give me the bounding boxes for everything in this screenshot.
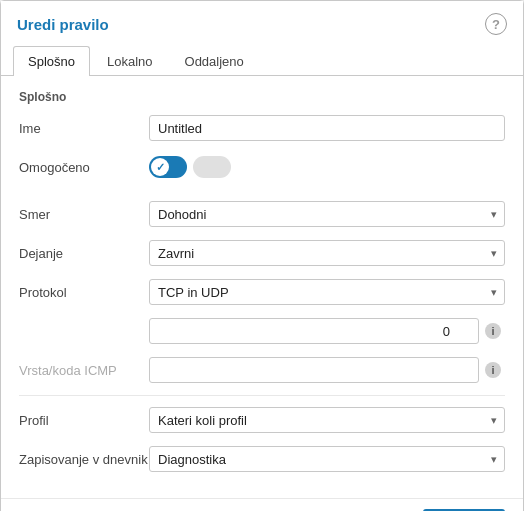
dialog-header: Uredi pravilo ? — [1, 1, 523, 45]
profil-select-wrap: Kateri koli profil Domače omrežje Javno … — [149, 407, 505, 433]
port-info-icon: i — [485, 323, 501, 339]
smer-select-wrap: Dohodni Odhodni ▾ — [149, 201, 505, 227]
field-zapisovanje: Zapisovanje v dnevnik Diagnostika Inform… — [19, 445, 505, 473]
field-protokol: Protokol TCP in UDP TCP UDP ICMP Kateri … — [19, 278, 505, 306]
toggle-wrap: ✓ — [149, 156, 231, 178]
edit-rule-dialog: Uredi pravilo ? Splošno Lokalno Oddaljen… — [0, 0, 524, 511]
tab-bar: Splošno Lokalno Oddaljeno — [1, 45, 523, 76]
ime-input[interactable] — [149, 115, 505, 141]
icmp-input[interactable] — [149, 357, 479, 383]
dejanje-select-wrap: Zavrni Dovoli ▾ — [149, 240, 505, 266]
dialog-footer: V redu — [1, 498, 523, 511]
smer-label: Smer — [19, 207, 149, 222]
zapisovanje-select[interactable]: Diagnostika Informacije Opozorilo Napaka — [149, 446, 505, 472]
section-label: Splošno — [19, 90, 505, 104]
zapisovanje-select-wrap: Diagnostika Informacije Opozorilo Napaka… — [149, 446, 505, 472]
port-input-wrap: i — [149, 318, 479, 344]
protokol-select-wrap: TCP in UDP TCP UDP ICMP Kateri koli ▾ — [149, 279, 505, 305]
ime-input-wrap — [149, 115, 505, 141]
protokol-label: Protokol — [19, 285, 149, 300]
toggle-check-icon: ✓ — [156, 161, 165, 174]
zapisovanje-label: Zapisovanje v dnevnik — [19, 452, 149, 467]
field-port: i — [19, 317, 505, 345]
protokol-select[interactable]: TCP in UDP TCP UDP ICMP Kateri koli — [149, 279, 505, 305]
icmp-input-wrap: i — [149, 357, 479, 383]
icmp-label: Vrsta/koda ICMP — [19, 363, 149, 378]
field-profil: Profil Kateri koli profil Domače omrežje… — [19, 406, 505, 434]
icmp-info-icon: i — [485, 362, 501, 378]
help-button[interactable]: ? — [485, 13, 507, 35]
dejanje-select[interactable]: Zavrni Dovoli — [149, 240, 505, 266]
profil-select[interactable]: Kateri koli profil Domače omrežje Javno … — [149, 407, 505, 433]
tab-splosno[interactable]: Splošno — [13, 46, 90, 76]
dialog-title: Uredi pravilo — [17, 16, 109, 33]
dejanje-label: Dejanje — [19, 246, 149, 261]
smer-select[interactable]: Dohodni Odhodni — [149, 201, 505, 227]
tab-oddaljeno[interactable]: Oddaljeno — [170, 46, 259, 76]
field-omogoceno: Omogočeno ✓ — [19, 153, 505, 181]
field-dejanje: Dejanje Zavrni Dovoli ▾ — [19, 239, 505, 267]
field-icmp: Vrsta/koda ICMP i — [19, 356, 505, 384]
divider — [19, 395, 505, 396]
omogoceno-label: Omogočeno — [19, 160, 149, 175]
field-smer: Smer Dohodni Odhodni ▾ — [19, 200, 505, 228]
toggle-off[interactable] — [193, 156, 231, 178]
profil-label: Profil — [19, 413, 149, 428]
tab-lokalno[interactable]: Lokalno — [92, 46, 168, 76]
toggle-knob: ✓ — [151, 158, 169, 176]
field-ime: Ime — [19, 114, 505, 142]
toggle-on[interactable]: ✓ — [149, 156, 187, 178]
tab-content: Splošno Ime Omogočeno ✓ Smer — [1, 76, 523, 498]
port-input[interactable] — [149, 318, 479, 344]
ime-label: Ime — [19, 121, 149, 136]
